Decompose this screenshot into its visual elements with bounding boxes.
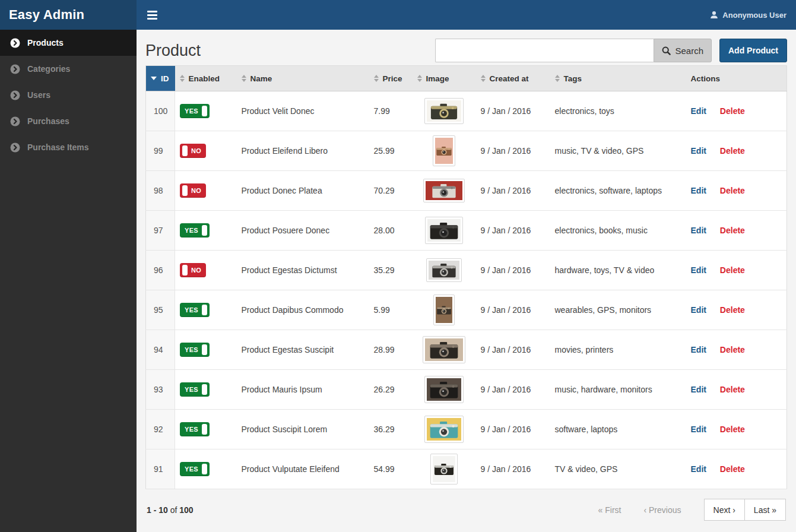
sidebar-item-label: Categories <box>27 64 70 74</box>
column-header[interactable]: Tags <box>550 66 686 91</box>
hamburger-menu-icon[interactable] <box>146 8 158 22</box>
toggle-knob <box>202 384 207 395</box>
edit-link[interactable]: Edit <box>691 345 706 354</box>
cell-actions: Edit Delete <box>686 251 787 290</box>
delete-link[interactable]: Delete <box>720 305 745 315</box>
search-button[interactable]: Search <box>654 39 712 62</box>
sort-icon <box>481 75 486 82</box>
table-row: 96 NO Product Egestas Dictumst 35.29 <box>146 251 787 290</box>
cell-price: 36.29 <box>369 410 413 449</box>
edit-link[interactable]: Edit <box>691 226 706 235</box>
product-image <box>425 217 463 244</box>
search-input[interactable] <box>435 39 654 62</box>
sidebar-item[interactable]: Products <box>0 30 137 56</box>
chevron-circle-icon <box>10 116 20 126</box>
results-of: of <box>170 505 177 515</box>
enabled-badge: YES <box>180 303 210 317</box>
delete-link[interactable]: Delete <box>720 186 745 195</box>
cell-name: Product Velit Donec <box>237 91 369 131</box>
sidebar-item[interactable]: Purchases <box>0 108 137 134</box>
sidebar-item[interactable]: Purchase Items <box>0 134 137 160</box>
column-header[interactable]: ID <box>146 66 175 91</box>
camera-icon <box>433 456 455 482</box>
camera-icon <box>426 181 462 200</box>
enabled-badge-label: YES <box>182 385 201 394</box>
edit-link[interactable]: Edit <box>691 425 706 434</box>
column-header[interactable]: Created at <box>476 66 550 91</box>
cell-id: 93 <box>146 370 175 410</box>
cell-actions: Edit Delete <box>686 370 787 410</box>
cell-image <box>413 410 476 449</box>
user-menu[interactable]: Anonymous User <box>710 11 787 20</box>
delete-link[interactable]: Delete <box>720 106 745 116</box>
user-name: Anonymous User <box>722 11 787 20</box>
cell-enabled: YES <box>175 290 237 330</box>
app-logo: Easy Admin <box>0 0 137 30</box>
delete-link[interactable]: Delete <box>720 345 745 354</box>
column-header[interactable]: Name <box>237 66 369 91</box>
delete-link[interactable]: Delete <box>720 146 745 156</box>
cell-image <box>413 330 476 370</box>
table-row: 94 YES Product Egestas Suscipit 28.99 <box>146 330 787 370</box>
cell-created-at: 9 / Jan / 2016 <box>476 410 550 449</box>
previous-page-link: ‹ Previous <box>643 505 681 515</box>
column-header-label: ID <box>161 74 169 83</box>
sidebar-item[interactable]: Users <box>0 82 137 108</box>
product-image <box>430 454 458 484</box>
enabled-badge: YES <box>180 343 210 357</box>
enabled-badge: YES <box>180 382 210 397</box>
cell-enabled: NO <box>175 131 237 171</box>
add-product-button[interactable]: Add Product <box>719 39 787 62</box>
edit-link[interactable]: Edit <box>691 146 706 156</box>
cell-price: 35.29 <box>369 251 413 290</box>
table-header-row: ID Enabled <box>146 66 787 91</box>
delete-link[interactable]: Delete <box>720 226 745 235</box>
edit-link[interactable]: Edit <box>691 265 706 275</box>
top-bar-main: Anonymous User <box>137 0 796 30</box>
chevron-circle-icon <box>10 38 20 48</box>
cell-id: 96 <box>146 251 175 290</box>
cell-name: Product Dapibus Commodo <box>237 290 369 330</box>
edit-link[interactable]: Edit <box>691 305 706 315</box>
cell-id: 95 <box>146 290 175 330</box>
last-page-button[interactable]: Last » <box>744 499 786 521</box>
edit-link[interactable]: Edit <box>691 186 706 195</box>
cell-enabled: NO <box>175 171 237 211</box>
cell-tags: music, hardware, monitors <box>550 370 686 410</box>
cell-tags: electronics, toys <box>550 91 686 131</box>
toggle-knob <box>202 424 207 435</box>
delete-link[interactable]: Delete <box>720 464 745 474</box>
delete-link[interactable]: Delete <box>720 425 745 434</box>
sort-icon <box>555 75 560 82</box>
chevron-circle-icon <box>10 142 20 153</box>
cell-image <box>413 171 476 211</box>
cell-id: 98 <box>146 171 175 211</box>
edit-link[interactable]: Edit <box>691 385 706 394</box>
enabled-badge: NO <box>180 263 206 277</box>
cell-id: 94 <box>146 330 175 370</box>
cell-enabled: YES <box>175 410 237 449</box>
camera-icon <box>429 261 459 280</box>
next-page-button[interactable]: Next › <box>704 499 745 521</box>
enabled-badge-label: YES <box>182 425 201 434</box>
camera-icon <box>427 100 461 122</box>
sidebar-item[interactable]: Categories <box>0 56 137 82</box>
cell-name: Product Mauris Ipsum <box>237 370 369 410</box>
column-header: Actions <box>686 66 787 91</box>
column-header[interactable]: Enabled <box>175 66 237 91</box>
edit-link[interactable]: Edit <box>691 464 706 474</box>
edit-link[interactable]: Edit <box>691 106 706 116</box>
cell-actions: Edit Delete <box>686 410 787 449</box>
cell-tags: electronics, books, music <box>550 211 686 251</box>
cell-image <box>413 370 476 410</box>
column-header[interactable]: Image <box>413 66 476 91</box>
delete-link[interactable]: Delete <box>720 385 745 394</box>
cell-price: 26.29 <box>369 370 413 410</box>
cell-enabled: YES <box>175 91 237 131</box>
cell-name: Product Donec Platea <box>237 171 369 211</box>
sidebar-item-label: Users <box>27 90 50 100</box>
delete-link[interactable]: Delete <box>720 265 745 275</box>
product-image <box>424 376 464 403</box>
column-header[interactable]: Price <box>369 66 413 91</box>
sort-icon <box>242 75 246 82</box>
